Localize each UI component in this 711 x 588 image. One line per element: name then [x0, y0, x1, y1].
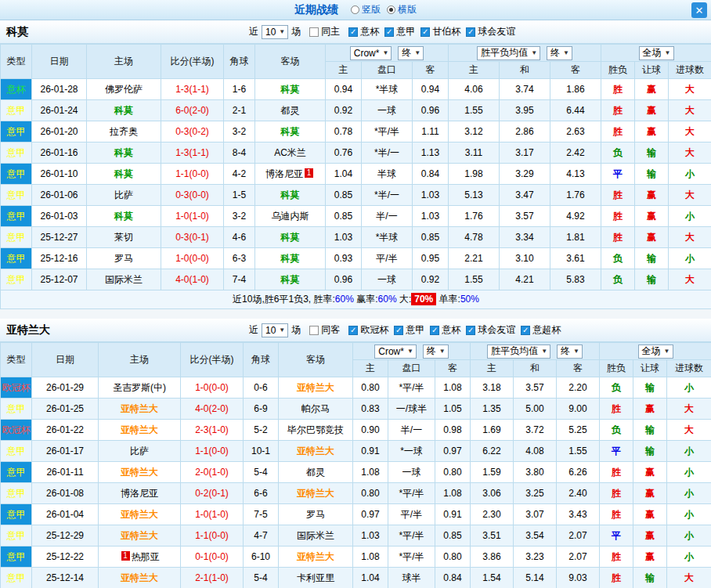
odds-source-select[interactable]: Crow*▼	[374, 345, 417, 359]
handicap-result-cell: 输	[633, 420, 667, 441]
radio-horizontal[interactable]: 横版	[387, 3, 417, 16]
handicap-result-cell: 赢	[635, 206, 669, 227]
radio-vertical[interactable]: 竖版	[351, 3, 381, 16]
radio-unchecked-icon[interactable]	[351, 5, 359, 14]
competition-filter[interactable]: ✓意甲	[394, 323, 424, 337]
match-row: 意甲26-01-06比萨0-3(0-0)1-5科莫0.85*半/一1.035.1…	[1, 185, 711, 206]
avg-away-cell: 2.42	[550, 142, 601, 164]
checkbox-checked-icon[interactable]: ✓	[430, 326, 439, 335]
odds-source-select[interactable]: Crow*▼	[350, 46, 392, 60]
avg-away-cell: 2.63	[550, 121, 601, 142]
odds-away-cell: 0.85	[413, 227, 449, 248]
col-score: 比分(半场)	[161, 45, 224, 79]
checkbox-checked-icon[interactable]: ✓	[394, 326, 403, 335]
checkbox-checked-icon[interactable]: ✓	[384, 27, 394, 37]
competition-filter[interactable]: ✓甘伯杯	[420, 25, 460, 38]
handicap-result-cell: 赢	[633, 462, 667, 483]
result-cell: 负	[601, 248, 635, 269]
home-team-cell: 莱切	[87, 227, 161, 248]
league-type-cell: 意甲	[1, 462, 32, 483]
result-cell: 胜	[601, 100, 635, 121]
recent-count-select[interactable]: 10 ▼	[262, 25, 288, 39]
avg-final-value: 终	[550, 46, 560, 60]
league-type-cell: 意甲	[1, 206, 32, 227]
same-venue-filter[interactable]: 同主	[309, 25, 340, 38]
handicap-result-cell: 赢	[635, 121, 669, 142]
competition-filter[interactable]: ✓意甲	[384, 25, 415, 38]
competition-filters: ✓意杯✓意甲✓甘伯杯✓球会友谊	[343, 25, 515, 38]
avg-group-header: 胜平负均值▼ 终▼	[449, 45, 601, 62]
home-team-cell: 比萨	[87, 185, 161, 206]
goals-result-cell: 大	[669, 142, 711, 164]
checkbox-checked-icon[interactable]: ✓	[466, 27, 475, 37]
avg-away-cell: 5.25	[557, 420, 600, 441]
odds-handicap-cell: *平/半	[388, 547, 435, 568]
scope-select[interactable]: 全场▼	[639, 46, 674, 60]
team-section-atalanta: 亚特兰大 近 10 ▼ 场 同客 ✓欧冠杯✓意甲✓意杯✓球会友谊✓意超杯	[0, 319, 711, 588]
away-team-cell: 科莫	[255, 248, 326, 269]
league-type-cell: 意甲	[1, 100, 32, 121]
handicap-result-cell: 赢	[633, 399, 667, 420]
close-button[interactable]: ✕	[691, 2, 707, 18]
odds-final-select[interactable]: 终▼	[398, 46, 424, 60]
recent-count-select[interactable]: 10 ▼	[262, 323, 288, 337]
odds-home-cell: 0.93	[326, 248, 362, 269]
chevron-down-icon: ▼	[664, 348, 670, 355]
avg-draw-cell: 3.07	[514, 504, 557, 525]
avg-final-select[interactable]: 终▼	[557, 345, 583, 359]
result-cell: 平	[600, 441, 633, 462]
checkbox-checked-icon[interactable]: ✓	[466, 326, 475, 335]
checkbox-checked-icon[interactable]: ✓	[521, 326, 530, 335]
competition-filter[interactable]: ✓意杯	[348, 25, 379, 38]
layout-radio-group: 竖版 横版	[345, 3, 417, 16]
result-cell: 负	[601, 142, 635, 164]
match-row: 意甲25-12-29亚特兰大1-1(0-0)4-7国际米兰1.03*平/半0.8…	[1, 525, 711, 547]
competition-filter[interactable]: ✓球会友谊	[466, 323, 515, 337]
odds-home-cell: 0.85	[326, 206, 362, 227]
away-team-name: 乌迪内斯	[272, 211, 309, 222]
same-venue-filter[interactable]: 同客	[309, 323, 340, 337]
checkbox-checked-icon[interactable]: ✓	[420, 27, 430, 37]
odds-handicap-cell: *平/半	[388, 525, 435, 547]
summary-segment: 大:	[397, 294, 412, 305]
checkbox-unchecked-icon[interactable]	[309, 326, 319, 335]
competition-filter[interactable]: ✓欧冠杯	[348, 323, 388, 337]
corners-cell: 7-4	[224, 269, 255, 290]
avg-away-cell: 1.76	[550, 185, 601, 206]
avg-home-cell: 3.86	[471, 547, 514, 568]
col-avg-home: 主	[449, 62, 500, 79]
col-avg-draw: 和	[514, 360, 557, 377]
corners-cell: 0-6	[244, 377, 279, 399]
avg-final-select[interactable]: 终▼	[547, 46, 572, 60]
col-goals-result: 进球数	[667, 360, 711, 377]
avg-home-cell: 4.06	[449, 79, 500, 100]
summary-segment: 赢率:	[354, 294, 378, 305]
handicap-result-cell: 赢	[633, 483, 667, 504]
avg-away-cell: 3.61	[550, 248, 601, 269]
avg-home-cell: 2.30	[471, 504, 514, 525]
checkbox-unchecked-icon[interactable]	[309, 27, 319, 37]
goals-result-cell: 大	[669, 227, 711, 248]
away-team-cell: 科莫	[255, 269, 326, 290]
match-row: 意甲25-12-14亚特兰大2-1(1-0)5-4卡利亚里1.04球半0.841…	[1, 568, 711, 588]
odds-away-cell: 0.92	[413, 269, 449, 290]
league-type-cell: 意甲	[1, 164, 32, 185]
avg-select[interactable]: 胜平负均值▼	[487, 345, 550, 359]
checkbox-checked-icon[interactable]: ✓	[348, 27, 358, 37]
away-team-name: 卡利亚里	[297, 572, 334, 583]
match-row: 意甲26-01-24科莫6-0(2-0)2-1都灵0.92一球0.961.553…	[1, 100, 711, 121]
home-team-name: 亚特兰大	[121, 509, 158, 520]
away-team-cell: 科莫	[255, 185, 326, 206]
result-cell: 胜	[601, 185, 635, 206]
avg-select[interactable]: 胜平负均值▼	[477, 46, 540, 60]
odds-home-cell: 0.90	[353, 420, 388, 441]
competition-filter[interactable]: ✓意杯	[430, 323, 460, 337]
away-team-cell: 亚特兰大	[279, 483, 353, 504]
scope-select[interactable]: 全场▼	[638, 345, 673, 359]
radio-checked-icon[interactable]	[387, 5, 395, 14]
competition-filter[interactable]: ✓球会友谊	[466, 25, 515, 38]
competition-filter[interactable]: ✓意超杯	[521, 323, 561, 337]
checkbox-checked-icon[interactable]: ✓	[348, 326, 358, 335]
odds-final-select[interactable]: 终▼	[423, 345, 449, 359]
odds-home-cell: 0.85	[326, 185, 362, 206]
